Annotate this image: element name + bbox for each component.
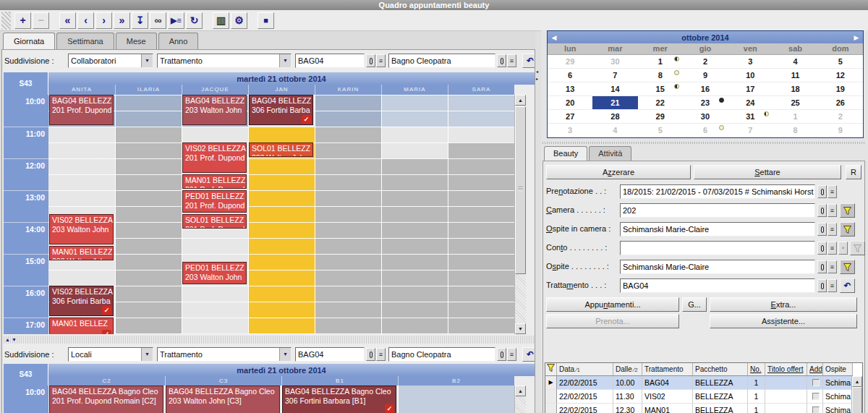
- ospite-field[interactable]: Schimanski Marie-Claire: [620, 260, 815, 274]
- undo-button[interactable]: ↶: [522, 54, 535, 68]
- calendar-day[interactable]: 19: [818, 82, 863, 96]
- toolbar-first-button[interactable]: «: [59, 12, 76, 29]
- table-header-ospite[interactable]: Ospite: [823, 363, 853, 376]
- extra-button[interactable]: Extra...: [710, 297, 857, 312]
- trattamento-field[interactable]: BAG04: [620, 278, 815, 293]
- appointment-block[interactable]: BAG04 BELLEZZA Bagno Cleo203 Walton John…: [166, 386, 280, 413]
- toolbar-next-button[interactable]: ›: [95, 12, 112, 29]
- undo-button[interactable]: ↶: [840, 278, 855, 293]
- treatment-name-input[interactable]: Bagno Cleopatra: [388, 54, 495, 68]
- ospite-in-camera-field[interactable]: Schimanski Marie-Claire: [620, 222, 815, 237]
- calendar-day[interactable]: 9: [818, 124, 863, 137]
- list-icon[interactable]: ≡: [376, 54, 386, 67]
- lookup-pill-icon[interactable]: [497, 348, 506, 361]
- calendar-day[interactable]: 25: [773, 96, 817, 110]
- calendar-day[interactable]: 23: [683, 96, 728, 110]
- appointment-block[interactable]: BAG04 BELLEZZ203 Walton John: [182, 95, 247, 125]
- tab-anno[interactable]: Anno: [158, 33, 199, 49]
- calendar-day[interactable]: 31: [728, 110, 773, 124]
- add-checkbox[interactable]: [812, 379, 820, 386]
- calendar-day[interactable]: 4: [592, 124, 637, 137]
- table-header-trattamento[interactable]: Trattamento: [642, 363, 693, 376]
- table-scrollbar[interactable]: ▲: [851, 376, 862, 413]
- camera-field[interactable]: 202: [620, 203, 815, 218]
- tab-beauty[interactable]: Beauty: [544, 146, 587, 161]
- calendar-day[interactable]: 4: [773, 55, 817, 69]
- r-button[interactable]: R: [846, 165, 861, 179]
- lookup-pill-icon[interactable]: [817, 204, 827, 217]
- chevron-down-icon[interactable]: ▼: [141, 348, 153, 361]
- toolbar-go-to-date-button[interactable]: ↧: [132, 12, 148, 29]
- toolbar-last-button[interactable]: »: [114, 12, 130, 29]
- calendar-day[interactable]: 15: [638, 82, 683, 96]
- add-checkbox[interactable]: [812, 406, 820, 413]
- calendar-day[interactable]: 7: [728, 124, 773, 137]
- scroll-up-icon[interactable]: ▲: [515, 386, 526, 396]
- calendar-day[interactable]: 1: [638, 55, 683, 69]
- settare-button[interactable]: Settare: [694, 165, 841, 179]
- list-icon[interactable]: ≡: [827, 242, 837, 255]
- appointment-block[interactable]: MAN01 BELLEZZ203 Walton John: [49, 246, 114, 260]
- appointment-block[interactable]: PED01 BELLEZZ203 Walton John: [182, 262, 247, 284]
- table-header-no[interactable]: No.: [748, 363, 765, 376]
- table-row[interactable]: 22/02/201511.30VIS02BELLEZZA1Schima: [545, 390, 862, 404]
- add-checkbox[interactable]: [812, 393, 820, 400]
- calendar-day[interactable]: 29: [548, 55, 592, 69]
- subdivision-combo[interactable]: Locali▼: [68, 347, 153, 362]
- calendar-day[interactable]: 26: [818, 96, 863, 110]
- calendar-day[interactable]: 9: [683, 69, 728, 82]
- splitter-up-icon[interactable]: ▲: [5, 337, 10, 342]
- chevron-down-icon[interactable]: ▼: [279, 54, 291, 67]
- table-filter-icon[interactable]: [545, 363, 557, 376]
- calendar-day[interactable]: 20: [548, 96, 592, 110]
- appointment-block[interactable]: SOL01 BELLEZZ201 Prof. Dupond: [182, 214, 247, 229]
- category-combo[interactable]: Trattamento▼: [157, 54, 292, 68]
- tab-attivit[interactable]: Attività: [589, 146, 631, 161]
- calendar-day[interactable]: 11: [773, 69, 817, 82]
- toolbar-settings-gear-button[interactable]: ⚙: [231, 12, 247, 29]
- calendar-day[interactable]: 30: [592, 55, 637, 69]
- appointment-block[interactable]: BAG04 BELLEZZ201 Prof. Dupond: [49, 95, 114, 125]
- table-header-data[interactable]: Data∕1: [557, 363, 613, 376]
- calendar-day[interactable]: 6: [683, 124, 728, 137]
- appointment-block[interactable]: PED01 BELLEZZ201 Prof. Dupond: [182, 190, 247, 213]
- lookup-pill-icon[interactable]: [497, 54, 506, 67]
- appointment-block[interactable]: VIS02 BELLEZZA201 Prof. Dupond: [182, 142, 247, 173]
- toolbar-stop-button[interactable]: ■: [258, 12, 274, 29]
- splitter-right-icon[interactable]: ▸: [536, 76, 538, 81]
- conto-field[interactable]: [620, 241, 815, 255]
- chevron-down-icon[interactable]: ▼: [279, 348, 291, 361]
- calendar-day[interactable]: 3: [728, 55, 773, 69]
- list-icon[interactable]: ≡: [507, 54, 516, 67]
- list-icon[interactable]: ≡: [376, 348, 386, 361]
- toolbar-reservation-book-button[interactable]: ▥: [213, 12, 229, 29]
- calendar-day[interactable]: 30: [683, 110, 728, 124]
- table-row[interactable]: 22/02/201512.30MAN01BELLEZZA1Schima: [545, 404, 862, 413]
- tab-settimana[interactable]: Settimana: [56, 33, 114, 49]
- appointment-block[interactable]: BAG04 BELLEZZA Bagno Cleo201 Prof. Dupon…: [49, 386, 163, 413]
- toolbar-previous-button[interactable]: ‹: [77, 12, 94, 29]
- g-button[interactable]: G...: [682, 297, 707, 312]
- scroll-up-icon[interactable]: ▲: [852, 376, 862, 387]
- toolbar-go-to-list-button[interactable]: ▶≡: [168, 12, 184, 29]
- subdivision-combo[interactable]: Collaboratori▼: [68, 54, 153, 68]
- calendar-day[interactable]: 12: [818, 69, 863, 82]
- table-header-dalle[interactable]: Dalle∕2: [613, 363, 642, 376]
- calendar-day[interactable]: 6: [548, 69, 592, 82]
- calendar-day[interactable]: 13: [548, 82, 592, 96]
- calendar-day[interactable]: 7: [592, 69, 637, 82]
- category-combo[interactable]: Trattamento▼: [157, 347, 292, 362]
- list-icon[interactable]: ≡: [507, 348, 516, 361]
- treatment-code-input[interactable]: BAG04: [295, 54, 365, 68]
- table-row[interactable]: ▶22/02/201510.00BAG04BELLEZZA1Schima: [545, 376, 862, 390]
- appointment-block[interactable]: VIS02 BELLEZZA203 Walton John: [49, 214, 114, 244]
- undo-button[interactable]: ↶: [522, 347, 535, 362]
- filter-funnel-button[interactable]: [840, 260, 855, 274]
- appointment-block[interactable]: BAG04 BELLEZZA Bagno Cleo306 Fortini Bar…: [282, 386, 396, 413]
- table-header-titolooffert[interactable]: Titolo offert: [765, 363, 807, 376]
- lookup-pill-icon[interactable]: [817, 242, 827, 255]
- calendar-day[interactable]: 8: [638, 69, 683, 82]
- list-icon[interactable]: ≡: [827, 279, 837, 292]
- lookup-pill-icon[interactable]: [366, 348, 375, 361]
- appointment-block[interactable]: VIS02 BELLEZZA306 Fortini Barba✓: [49, 286, 114, 316]
